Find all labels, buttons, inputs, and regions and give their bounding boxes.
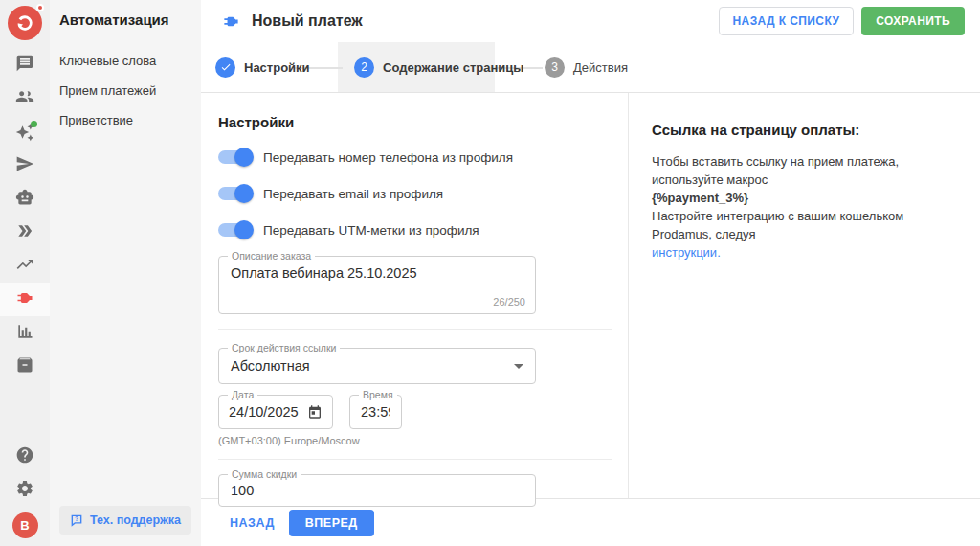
toggle-label: Передавать email из профиля (263, 187, 443, 201)
rail-item-archive[interactable] (0, 350, 50, 383)
green-status-dot (31, 121, 37, 127)
rail-bottom: B (0, 440, 50, 546)
rail-item-settings[interactable] (0, 473, 50, 507)
rail-item-chat[interactable] (0, 48, 50, 81)
toggle-utm-from-profile[interactable]: Передавать UTM-метки из профиля (218, 220, 611, 239)
content: Настройки Передавать номер телефона из п… (201, 93, 980, 498)
check-icon (220, 61, 232, 73)
rail-item-bots[interactable] (0, 182, 50, 216)
plug-icon (222, 12, 240, 31)
timezone-note: (GMT+03:00) Europe/Moscow (218, 435, 611, 446)
step-number-circle: 3 (545, 57, 565, 78)
panel-line2: Настройте интеграцию с вашим кошельком P… (652, 209, 903, 241)
field-label: Сумма скидки (228, 468, 301, 480)
divider (218, 459, 612, 460)
step-number-circle: 2 (354, 57, 374, 78)
chat-icon (15, 54, 34, 76)
logo-notification-dot (36, 4, 44, 11)
panel-line1: Чтобы вставить ссылку на прием платежа, … (652, 154, 899, 187)
discount-input[interactable] (231, 483, 523, 498)
icon-rail: B (0, 0, 50, 546)
user-avatar[interactable]: B (12, 512, 38, 538)
field-label: Время (359, 389, 397, 400)
back-to-list-button[interactable]: НАЗАД К СПИСКУ (719, 7, 855, 35)
app-logo[interactable] (8, 6, 42, 40)
date-input[interactable] (229, 404, 305, 420)
save-button[interactable]: СОХРАНИТЬ (861, 7, 965, 35)
rail-item-audience[interactable] (0, 81, 50, 115)
rail-item-ai[interactable] (0, 115, 50, 148)
rail-item-funnels[interactable] (0, 216, 50, 249)
rail-item-broadcasts[interactable] (0, 148, 50, 182)
settings-form: Настройки Передавать номер телефона из п… (201, 93, 629, 498)
back-button[interactable]: НАЗАД (230, 516, 275, 530)
trending-up-icon (15, 255, 34, 277)
app: B Автоматизация Ключевые слова Прием пла… (0, 0, 980, 546)
double-chevron-icon (15, 221, 34, 243)
rail-item-analytics[interactable] (0, 249, 50, 283)
toggle-label: Передавать UTM-метки из профиля (263, 223, 479, 238)
sidebar-item-payments[interactable]: Прием платежей (59, 84, 191, 97)
sidebar: Автоматизация Ключевые слова Прием плате… (50, 0, 201, 546)
payment-macro: {%payment_3%} (652, 191, 748, 205)
tech-support-button[interactable]: ? Тех. поддержка (59, 506, 191, 535)
step-label: Настройки (244, 60, 310, 75)
toggle-switch[interactable] (218, 223, 251, 237)
sidebar-item-greeting[interactable]: Приветствие (59, 114, 191, 126)
instructions-link[interactable]: инструкции. (652, 245, 721, 260)
datetime-row: Дата Время (218, 395, 611, 429)
order-description-input[interactable]: Оплата вебинара 25.10.2025 (231, 265, 523, 290)
sparkles-icon (15, 123, 34, 142)
order-description-field[interactable]: Описание заказа Оплата вебинара 25.10.20… (218, 256, 536, 314)
main-header: Новый платеж НАЗАД К СПИСКУ СОХРАНИТЬ (201, 0, 980, 42)
rail-item-statistics[interactable] (0, 316, 50, 350)
brand-logo-icon (8, 6, 42, 40)
toggle-label: Передавать номер телефона из профиля (263, 150, 513, 165)
step-actions[interactable]: 3 Действия (545, 42, 628, 92)
step-label: Действия (573, 60, 628, 75)
step-done-circle (215, 57, 235, 78)
time-field[interactable]: Время (349, 395, 402, 429)
field-label: Описание заказа (228, 250, 315, 262)
sidebar-title: Автоматизация (59, 11, 191, 28)
stepper: Настройки 2 Содержание страницы 3 Действ… (201, 42, 980, 93)
archive-icon (15, 355, 34, 377)
char-counter: 26/250 (493, 296, 525, 307)
next-button[interactable]: ВПЕРЕД (289, 510, 374, 536)
plug-icon (15, 288, 34, 310)
rail-item-payments[interactable] (0, 283, 50, 316)
send-icon (15, 154, 34, 176)
main-panel: Новый платеж НАЗАД К СПИСКУ СОХРАНИТЬ На… (201, 0, 980, 546)
select-value: Абсолютная (231, 358, 310, 374)
robot-icon (15, 188, 34, 210)
divider (218, 329, 612, 330)
header-actions: НАЗАД К СПИСКУ СОХРАНИТЬ (719, 7, 966, 35)
page-title: Новый платеж (252, 12, 363, 30)
tech-support-label: Тех. поддержка (90, 513, 181, 527)
calendar-icon[interactable] (307, 404, 323, 420)
chevron-down-icon (514, 364, 523, 369)
toggle-phone-from-profile[interactable]: Передавать номер телефона из профиля (218, 148, 611, 167)
people-icon (15, 87, 34, 109)
time-input[interactable] (361, 404, 390, 420)
rail-nav (0, 48, 50, 383)
step-settings[interactable]: Настройки (215, 42, 310, 92)
gear-icon (15, 479, 34, 501)
svg-text:?: ? (75, 515, 78, 522)
toggle-switch[interactable] (218, 150, 251, 164)
field-label: Срок действия ссылки (228, 342, 340, 353)
rail-item-help[interactable] (0, 440, 50, 473)
help-chat-icon: ? (70, 513, 83, 527)
step-label: Содержание страницы (383, 60, 523, 75)
bar-chart-icon (15, 322, 34, 344)
step-page-content[interactable]: 2 Содержание страницы (354, 42, 523, 92)
toggle-switch[interactable] (218, 187, 251, 200)
link-validity-select[interactable]: Срок действия ссылки Абсолютная (218, 348, 536, 384)
sidebar-item-keywords[interactable]: Ключевые слова (59, 55, 191, 67)
panel-text: Чтобы вставить ссылку на прием платежа, … (652, 152, 957, 262)
date-field[interactable]: Дата (218, 395, 333, 429)
toggle-email-from-profile[interactable]: Передавать email из профиля (218, 184, 611, 203)
form-section-title: Настройки (218, 114, 611, 130)
discount-field[interactable]: Сумма скидки (218, 474, 536, 507)
sidebar-items: Ключевые слова Прием платежей Приветстви… (59, 55, 191, 126)
